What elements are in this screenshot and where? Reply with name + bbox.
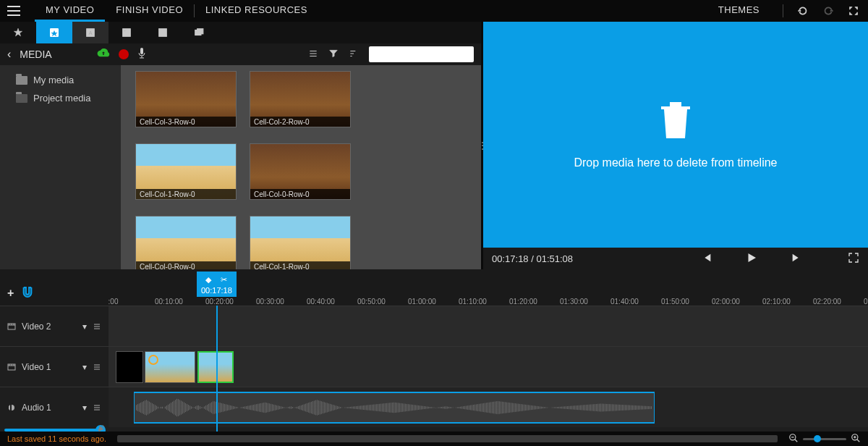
- track-label: Video 1: [22, 362, 51, 372]
- media-item[interactable]: Cell-Col-3-Row-0: [135, 71, 237, 139]
- media-item[interactable]: Cell-Col-0-Row-0: [250, 143, 351, 211]
- timeline-ruler[interactable]: ◆✂ 00:17:18 0:0000:10:0000:20:0000:30:00…: [109, 269, 868, 306]
- media-item[interactable]: Cell-Col-1-Row-0: [250, 216, 351, 269]
- tool-tab-favorites[interactable]: [0, 22, 36, 43]
- filter-icon[interactable]: [328, 49, 339, 61]
- tab-linked-resources[interactable]: LINKED RESOURCES: [195, 0, 318, 22]
- themes-button[interactable]: THEMES: [707, 0, 770, 22]
- audio-icon: [7, 403, 16, 412]
- fullscreen-preview-icon[interactable]: [848, 252, 859, 266]
- horizontal-scrollbar[interactable]: [117, 435, 778, 442]
- upload-icon[interactable]: [97, 49, 110, 61]
- prev-button[interactable]: [701, 252, 712, 266]
- media-grid: Cell-Col-3-Row-0Cell-Col-2-Row-0Cell-Col…: [121, 65, 481, 269]
- sort-icon[interactable]: [349, 49, 359, 61]
- track-row-video2[interactable]: [109, 306, 868, 346]
- playhead[interactable]: ◆✂ 00:17:18: [197, 272, 237, 297]
- video-icon: [7, 363, 16, 371]
- svg-rect-7: [197, 29, 203, 34]
- save-status: Last saved 11 seconds ago.: [7, 434, 106, 443]
- track-audio1-header[interactable]: Audio 1 ▾: [0, 387, 109, 427]
- list-view-icon[interactable]: [308, 49, 318, 61]
- zoom-out-icon[interactable]: [788, 433, 799, 445]
- track-label: Audio 1: [22, 403, 51, 413]
- video-icon: [7, 322, 16, 331]
- tool-tab-media[interactable]: [36, 22, 72, 43]
- preview-drop-area[interactable]: Drop media here to delete from timeline: [483, 22, 868, 248]
- tool-tab-transitions[interactable]: [145, 22, 181, 43]
- drop-text: Drop media here to delete from timeline: [574, 156, 777, 169]
- clip-selected[interactable]: [197, 351, 234, 383]
- trash-icon: [658, 101, 693, 143]
- sidebar-item-label: My media: [33, 75, 74, 85]
- menu-icon[interactable]: [7, 6, 20, 16]
- track-menu-icon[interactable]: [93, 363, 101, 371]
- track-row-video1[interactable]: [109, 346, 868, 387]
- add-track-icon[interactable]: +: [7, 287, 14, 300]
- search-input[interactable]: [369, 46, 474, 62]
- chevron-down-icon[interactable]: ▾: [82, 403, 87, 413]
- folder-icon: [16, 76, 27, 85]
- volume-slider[interactable]: [4, 429, 103, 432]
- fullscreen-icon[interactable]: [846, 4, 861, 18]
- redo-icon[interactable]: [821, 4, 835, 18]
- track-menu-icon[interactable]: [93, 322, 101, 331]
- track-video1-header[interactable]: Video 1 ▾: [0, 346, 109, 387]
- undo-icon[interactable]: [796, 4, 810, 18]
- media-item[interactable]: Cell-Col-0-Row-0: [135, 216, 237, 269]
- panel-title: MEDIA: [20, 49, 51, 60]
- media-item[interactable]: Cell-Col-2-Row-0: [250, 71, 351, 139]
- record-icon[interactable]: [119, 49, 129, 59]
- back-icon[interactable]: ‹: [7, 48, 11, 61]
- clip[interactable]: [116, 351, 143, 383]
- sidebar-item-project-media[interactable]: Project media: [0, 89, 121, 107]
- tool-tab-text[interactable]: A: [72, 22, 109, 43]
- svg-rect-3: [123, 29, 131, 37]
- resize-handle[interactable]: [481, 22, 483, 269]
- audio-clip[interactable]: [134, 392, 655, 424]
- microphone-icon[interactable]: [137, 48, 146, 62]
- track-video2-header[interactable]: Video 2 ▾: [0, 306, 109, 346]
- chevron-down-icon[interactable]: ▾: [82, 362, 87, 372]
- tool-tab-overlays[interactable]: [181, 22, 217, 43]
- media-item[interactable]: Cell-Col-1-Row-0: [135, 143, 237, 211]
- sidebar-item-label: Project media: [33, 93, 90, 104]
- chevron-down-icon[interactable]: ▾: [82, 321, 87, 332]
- track-label: Video 2: [22, 321, 51, 332]
- tab-my-video[interactable]: MY VIDEO: [35, 0, 105, 22]
- clip[interactable]: [145, 351, 195, 383]
- svg-point-4: [124, 30, 126, 32]
- folder-icon: [16, 94, 27, 103]
- tab-finish-video[interactable]: FINISH VIDEO: [105, 0, 194, 22]
- top-nav: MY VIDEO FINISH VIDEO LINKED RESOURCES T…: [0, 0, 868, 22]
- svg-rect-8: [140, 48, 143, 54]
- zoom-in-icon[interactable]: [851, 433, 861, 445]
- sidebar-item-my-media[interactable]: My media: [0, 71, 121, 89]
- track-row-audio1[interactable]: [109, 387, 868, 427]
- next-button[interactable]: [791, 252, 802, 266]
- zoom-slider[interactable]: [803, 438, 846, 440]
- magnet-icon[interactable]: [21, 286, 34, 300]
- play-button[interactable]: [745, 251, 758, 266]
- tool-tab-graphics[interactable]: [109, 22, 145, 43]
- time-display: 00:17:18 / 01:51:08: [492, 253, 573, 264]
- track-menu-icon[interactable]: [93, 403, 101, 412]
